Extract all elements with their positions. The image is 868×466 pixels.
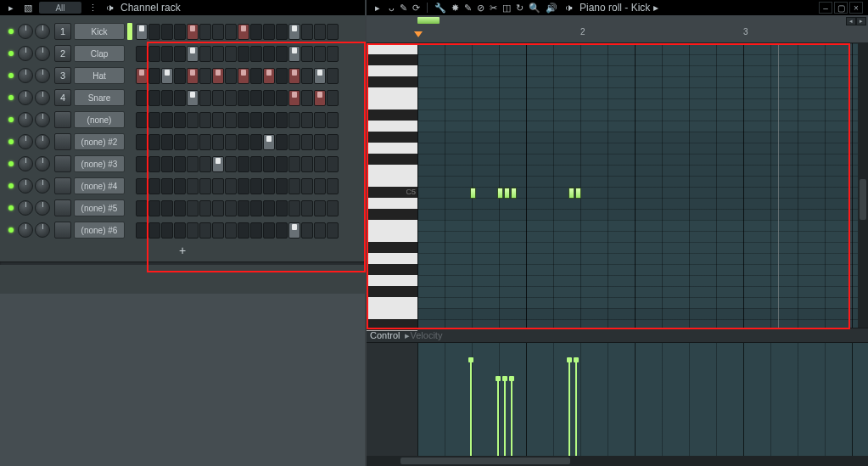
channel-led[interactable] bbox=[8, 51, 14, 56]
step-button[interactable] bbox=[187, 112, 199, 128]
step-button[interactable] bbox=[276, 200, 288, 216]
volume-knob[interactable] bbox=[35, 200, 50, 216]
piano-key-white[interactable] bbox=[367, 198, 417, 210]
step-button[interactable] bbox=[225, 90, 237, 106]
step-button[interactable] bbox=[199, 156, 211, 172]
step-button[interactable] bbox=[136, 222, 148, 239]
step-button[interactable] bbox=[301, 68, 313, 84]
piano-key-white[interactable] bbox=[367, 275, 417, 287]
velocity-bar[interactable] bbox=[497, 379, 499, 466]
scroll-left-button[interactable]: ◂ bbox=[846, 17, 856, 25]
brush-icon[interactable]: ✎ bbox=[464, 3, 472, 14]
step-button[interactable] bbox=[187, 24, 199, 40]
step-button[interactable] bbox=[327, 200, 339, 216]
step-button[interactable] bbox=[148, 24, 160, 40]
step-button[interactable] bbox=[327, 112, 339, 128]
step-button[interactable] bbox=[314, 134, 326, 150]
piano-keyboard[interactable]: C5C5 bbox=[367, 43, 417, 328]
step-button[interactable] bbox=[263, 200, 275, 216]
step-button[interactable] bbox=[301, 134, 313, 150]
step-button[interactable] bbox=[187, 134, 199, 150]
step-button[interactable] bbox=[301, 90, 313, 106]
step-button[interactable] bbox=[276, 112, 288, 128]
magnet-icon[interactable]: ᴗ bbox=[389, 3, 395, 14]
step-button[interactable] bbox=[225, 178, 237, 194]
channel-number[interactable] bbox=[54, 177, 71, 194]
step-button[interactable] bbox=[212, 178, 224, 194]
piano-key-white[interactable] bbox=[367, 242, 417, 254]
step-button[interactable] bbox=[148, 46, 160, 62]
select-icon[interactable]: ◫ bbox=[502, 3, 511, 14]
step-button[interactable] bbox=[250, 222, 262, 239]
step-button[interactable] bbox=[199, 200, 211, 216]
midi-note[interactable] bbox=[497, 188, 503, 199]
channel-name-button[interactable]: Snare bbox=[74, 89, 125, 106]
channel-name-button[interactable]: Hat bbox=[74, 67, 125, 84]
velocity-bar[interactable] bbox=[575, 360, 577, 466]
midi-note[interactable] bbox=[511, 188, 517, 199]
step-button[interactable] bbox=[187, 68, 199, 84]
piano-key-black[interactable] bbox=[367, 231, 417, 243]
step-button[interactable] bbox=[314, 90, 326, 106]
step-button[interactable] bbox=[174, 68, 186, 84]
step-button[interactable] bbox=[314, 200, 326, 216]
piano-key-white[interactable] bbox=[367, 165, 417, 177]
step-button[interactable] bbox=[212, 68, 224, 84]
loop-icon[interactable]: ↻ bbox=[516, 3, 524, 14]
step-button[interactable] bbox=[174, 134, 186, 150]
step-button[interactable] bbox=[212, 134, 224, 150]
step-button[interactable] bbox=[161, 90, 173, 106]
step-button[interactable] bbox=[161, 68, 173, 84]
step-button[interactable] bbox=[301, 222, 313, 239]
channel-number[interactable] bbox=[54, 111, 71, 128]
step-button[interactable] bbox=[250, 112, 262, 128]
step-button[interactable] bbox=[161, 222, 173, 239]
pan-knob[interactable] bbox=[18, 90, 33, 105]
chevron-right-icon[interactable]: ▸ bbox=[5, 2, 17, 14]
step-button[interactable] bbox=[136, 90, 148, 106]
step-button[interactable] bbox=[314, 178, 326, 194]
velocity-bar[interactable] bbox=[568, 360, 570, 466]
close-button[interactable]: × bbox=[849, 2, 863, 14]
step-button[interactable] bbox=[288, 68, 300, 84]
step-button[interactable] bbox=[199, 222, 211, 239]
volume-knob[interactable] bbox=[35, 112, 50, 127]
piano-roll-body[interactable]: C5C5 bbox=[367, 43, 868, 328]
step-button[interactable] bbox=[136, 68, 148, 84]
piano-key-white[interactable] bbox=[367, 143, 417, 154]
step-button[interactable] bbox=[327, 178, 339, 194]
velocity-bar[interactable] bbox=[511, 379, 512, 466]
step-button[interactable] bbox=[174, 200, 186, 216]
play-icon[interactable]: 🔊 bbox=[546, 3, 557, 14]
step-button[interactable] bbox=[250, 178, 262, 194]
step-button[interactable] bbox=[250, 134, 262, 150]
step-button[interactable] bbox=[314, 222, 326, 239]
channel-name-button[interactable]: (none) #4 bbox=[74, 177, 125, 194]
stamp-icon[interactable]: ✸ bbox=[451, 3, 459, 14]
pan-knob[interactable] bbox=[18, 24, 33, 39]
step-button[interactable] bbox=[199, 24, 211, 40]
step-button[interactable] bbox=[263, 134, 275, 150]
volume-knob[interactable] bbox=[35, 68, 50, 83]
piano-key-black[interactable] bbox=[367, 98, 417, 110]
step-button[interactable] bbox=[148, 134, 160, 150]
step-button[interactable] bbox=[301, 112, 313, 128]
step-button[interactable] bbox=[238, 178, 249, 194]
step-button[interactable] bbox=[288, 178, 300, 194]
step-button[interactable] bbox=[314, 46, 326, 62]
step-button[interactable] bbox=[199, 178, 211, 194]
step-button[interactable] bbox=[136, 46, 148, 62]
channel-name-button[interactable]: Clap bbox=[74, 45, 125, 62]
control-lane-header[interactable]: Control ▸ Velocity bbox=[367, 328, 868, 343]
channel-name-button[interactable]: (none) #2 bbox=[74, 133, 125, 150]
step-button[interactable] bbox=[174, 156, 186, 172]
step-button[interactable] bbox=[263, 178, 275, 194]
piano-key-white[interactable] bbox=[367, 319, 417, 331]
step-button[interactable] bbox=[161, 178, 173, 194]
step-button[interactable] bbox=[276, 46, 288, 62]
step-button[interactable] bbox=[161, 200, 173, 216]
step-button[interactable] bbox=[288, 24, 300, 40]
channel-number[interactable] bbox=[54, 222, 71, 239]
step-button[interactable] bbox=[263, 222, 275, 239]
step-button[interactable] bbox=[148, 178, 160, 194]
